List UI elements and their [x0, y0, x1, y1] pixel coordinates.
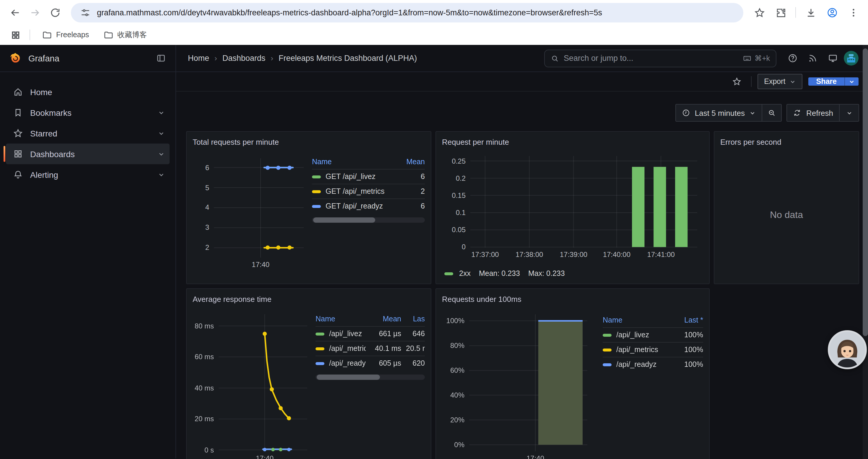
breadcrumb-current: Freeleaps Metrics Dashboard (ALPHA): [279, 54, 417, 63]
legend-header-name[interactable]: Name: [603, 316, 673, 324]
browser-actions: [749, 2, 863, 23]
series-label[interactable]: 2xx: [459, 269, 471, 277]
legend-row[interactable]: /api/_metrics 40.1 ms 20.5 r: [315, 341, 425, 356]
zoom-out-button[interactable]: [763, 104, 781, 121]
profile-button[interactable]: [822, 2, 842, 23]
chevron-down-icon[interactable]: [158, 171, 165, 178]
sidebar-item-label: Home: [30, 87, 52, 97]
back-icon: [9, 7, 20, 18]
apps-button[interactable]: [7, 27, 24, 43]
legend-row[interactable]: /api/_livez 100%: [603, 327, 703, 342]
kiosk-mode-button[interactable]: [824, 49, 841, 67]
help-icon: [787, 53, 797, 63]
series-max: Max: 0.233: [528, 269, 565, 277]
requests-under-100ms-chart[interactable]: 100%80%60%40%20%0%17:40: [469, 314, 587, 451]
panel-title[interactable]: Requests under 100ms: [442, 293, 703, 306]
address-bar[interactable]: grafana.mathmast.com/d/deytv4rwavabkb/fr…: [71, 3, 743, 22]
legend-row[interactable]: /api/_readyz 100%: [603, 357, 703, 371]
legend-row[interactable]: /api/_readyz 605 µs 620: [315, 356, 425, 370]
sidebar-item-label: Bookmarks: [30, 108, 71, 117]
url-text: grafana.mathmast.com/d/deytv4rwavabkb/fr…: [97, 8, 602, 17]
help-button[interactable]: [783, 49, 801, 67]
average-response-time-chart[interactable]: 80 ms60 ms40 ms20 ms0 s17:40: [219, 314, 307, 451]
legend-scrollbar[interactable]: [315, 374, 425, 380]
grafana-logo[interactable]: [9, 52, 22, 65]
sidebar-item-starred[interactable]: Starred: [6, 123, 169, 143]
breadcrumb-separator: ›: [215, 54, 217, 63]
legend-row[interactable]: GET /api/_metrics 2: [312, 184, 425, 198]
page-scrollbar[interactable]: [863, 45, 868, 459]
floating-assistant-avatar[interactable]: [828, 330, 867, 369]
panel-title[interactable]: Average response time: [193, 293, 425, 306]
bookmark-folder-blogs[interactable]: 收藏博客: [97, 28, 153, 42]
breadcrumb-home[interactable]: Home: [188, 54, 209, 63]
sidebar-item-alerting[interactable]: Alerting: [6, 164, 169, 185]
browser-menu-button[interactable]: [843, 2, 863, 23]
panel-title[interactable]: Request per minute: [442, 136, 703, 149]
dock-panel-icon: [156, 53, 166, 63]
legend-row[interactable]: GET /api/_readyz 6: [312, 198, 425, 213]
series-color-pill: [312, 205, 321, 208]
series-mean: Mean: 0.233: [479, 269, 520, 277]
forward-button[interactable]: [25, 2, 45, 23]
sidebar-item-home[interactable]: Home: [6, 81, 169, 102]
total-requests-chart[interactable]: 6543217:40: [214, 158, 304, 258]
legend-header-last[interactable]: Las: [401, 315, 425, 323]
legend-header-name[interactable]: Name: [315, 315, 366, 323]
share-button[interactable]: Share: [809, 77, 845, 86]
request-per-minute-chart[interactable]: 0.250.20.150.10.05017:37:0017:38:0017:39…: [470, 156, 697, 248]
series-color-pill: [444, 272, 453, 275]
grafana-main: Home Bookmarks Starred Dashboards: [0, 72, 868, 458]
time-controls: Last 5 minutes Refresh: [186, 104, 859, 122]
legend-row[interactable]: GET /api/_livez 6: [312, 169, 425, 184]
downloads-button[interactable]: [801, 2, 821, 23]
panel-title[interactable]: Total requests per minute: [193, 136, 425, 149]
search-box[interactable]: ⌘+k: [544, 49, 776, 67]
bookmark-page-button[interactable]: [749, 2, 769, 23]
time-range-picker[interactable]: Last 5 minutes: [676, 104, 762, 121]
reload-button[interactable]: [45, 2, 65, 23]
refresh-icon: [793, 109, 802, 117]
legend-header-name[interactable]: Name: [312, 158, 397, 166]
dashboard-content: Export Share: [176, 72, 868, 458]
mega-menu-toggle[interactable]: [153, 51, 168, 66]
extensions-button[interactable]: [771, 2, 790, 23]
refresh-button[interactable]: Refresh: [787, 104, 839, 121]
bookmark-folder-freeleaps[interactable]: Freeleaps: [36, 28, 95, 42]
search-input[interactable]: [564, 54, 738, 63]
export-button[interactable]: Export: [757, 74, 802, 89]
legend-row[interactable]: /api/_livez 661 µs 646: [315, 326, 425, 341]
reload-icon: [49, 7, 61, 18]
series-color-pill: [603, 363, 612, 366]
no-data-message: No data: [720, 149, 852, 281]
scrollbar-thumb[interactable]: [863, 48, 868, 336]
chevron-down-icon[interactable]: [158, 130, 165, 137]
star-icon: [732, 77, 742, 86]
zoom-out-icon: [768, 109, 776, 117]
sidebar-item-dashboards[interactable]: Dashboards: [6, 143, 169, 164]
legend-header-mean[interactable]: Mean: [397, 158, 425, 166]
chevron-down-icon: [846, 109, 852, 116]
bookmark-icon: [11, 107, 25, 118]
legend-row[interactable]: /api/_metrics 100%: [603, 342, 703, 357]
chevron-down-icon[interactable]: [158, 150, 165, 157]
panel-requests-under-100ms: Requests under 100ms 100%80%60%40%20%0%1…: [435, 288, 710, 459]
back-button[interactable]: [5, 2, 25, 23]
bookmark-label: Freeleaps: [56, 31, 89, 39]
share-menu-button[interactable]: [844, 77, 859, 86]
panel-title[interactable]: Errors per second: [720, 136, 852, 149]
refresh-interval-button[interactable]: [840, 104, 859, 121]
user-avatar[interactable]: [844, 51, 859, 66]
legend-header-last[interactable]: Last *: [673, 316, 703, 324]
site-info-icon[interactable]: [80, 7, 90, 18]
chevron-down-icon[interactable]: [158, 109, 165, 116]
sidebar-item-bookmarks[interactable]: Bookmarks: [6, 102, 169, 123]
legend-header-mean[interactable]: Mean: [366, 315, 401, 323]
news-button[interactable]: [804, 49, 821, 67]
search-icon: [551, 54, 559, 62]
download-icon: [805, 7, 816, 18]
breadcrumb-dashboards[interactable]: Dashboards: [222, 54, 266, 63]
star-dashboard-button[interactable]: [728, 73, 745, 90]
legend-scrollbar[interactable]: [312, 218, 425, 223]
puzzle-icon: [775, 7, 786, 18]
